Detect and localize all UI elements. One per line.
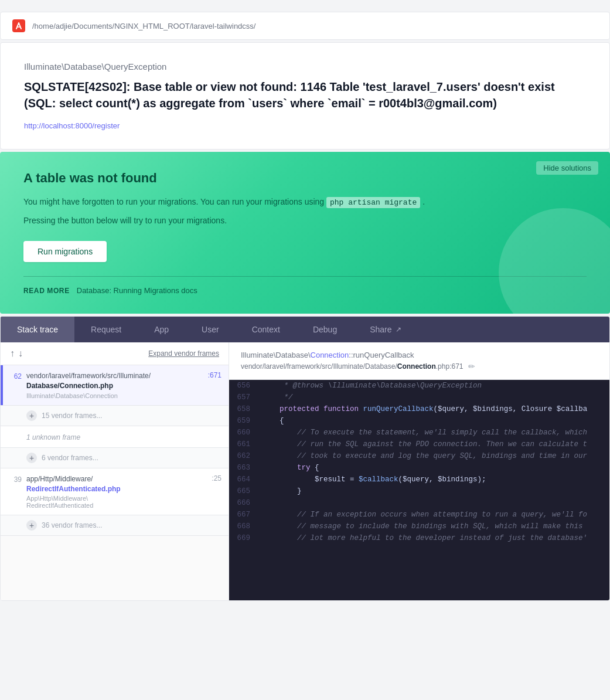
line-num-656: 656 <box>229 380 257 392</box>
code-line-661: 661 // run the SQL against the PDO conne… <box>229 439 609 450</box>
solution-desc-2: . <box>422 197 425 206</box>
tab-app[interactable]: App <box>138 317 185 342</box>
unknown-frame-text: 1 unknown frame <box>26 433 80 441</box>
frame-info-62: vendor/laravel/framework/src/Illuminate/… <box>26 371 203 399</box>
solutions-card: Hide solutions A table was not found You… <box>0 152 610 314</box>
share-label: Share <box>370 325 391 334</box>
exception-url[interactable]: http://localhost:8000/register <box>24 121 120 130</box>
frame-item-39[interactable]: 39 app/Http/Middleware/RedirectIfAuthent… <box>1 468 229 515</box>
code-line-663: 663 try { <box>229 462 609 474</box>
line-num-660: 660 <box>229 427 257 439</box>
code-line-669: 669 // lot more helpful to the developer… <box>229 532 609 544</box>
code-panel: Illuminate\Database\Connection::runQuery… <box>229 342 609 600</box>
read-more-section: READ MORE Database: Running Migrations d… <box>23 276 587 295</box>
vendor-frames-36-label: 36 vendor frames... <box>42 521 102 529</box>
tab-context[interactable]: Context <box>236 317 297 342</box>
code-header-file: vendor/laravel/framework/src/Illuminate/… <box>241 362 598 371</box>
line-num-657: 657 <box>229 392 257 403</box>
line-num-665: 665 <box>229 485 257 497</box>
line-code-656: * @throws \Illuminate\Database\QueryExce… <box>257 380 609 392</box>
tab-request[interactable]: Request <box>74 317 138 342</box>
frame-item-62[interactable]: 62 vendor/laravel/framework/src/Illumina… <box>1 365 229 405</box>
line-num-662: 662 <box>229 450 257 462</box>
vendor-expand-icon-6: + <box>26 453 37 463</box>
stack-section: Stack trace Request App User Context Deb… <box>0 316 610 601</box>
hide-solutions-button[interactable]: Hide solutions <box>536 161 598 175</box>
tab-user[interactable]: User <box>185 317 236 342</box>
run-migrations-button[interactable]: Run migrations <box>23 241 107 262</box>
vendor-frames-15-group: + 15 vendor frames... 1 unknown frame <box>1 406 229 448</box>
arrow-up-icon[interactable]: ↑ <box>10 348 15 359</box>
solution-description: You might have forgotten to run your mig… <box>23 195 587 209</box>
frame-file-39: app/Http/Middleware/RedirectIfAuthentica… <box>26 474 207 494</box>
line-code-661: // run the SQL against the PDO connectio… <box>257 439 609 450</box>
frame-info-39: app/Http/Middleware/RedirectIfAuthentica… <box>26 474 207 509</box>
frame-group-39: 39 app/Http/Middleware/RedirectIfAuthent… <box>1 468 229 516</box>
code-file-path: vendor/laravel/framework/src/Illuminate/… <box>241 362 464 371</box>
unknown-frame-row: 1 unknown frame <box>1 426 229 447</box>
nav-arrows: ↑ ↓ <box>10 348 23 359</box>
line-code-667: // If an exception occurs when attemptin… <box>257 509 609 521</box>
line-num-664: 664 <box>229 474 257 485</box>
line-num-666: 666 <box>229 497 257 509</box>
svg-rect-0 <box>12 19 25 32</box>
frame-group-62: 62 vendor/laravel/framework/src/Illumina… <box>1 365 229 406</box>
line-code-669: // lot more helpful to the developer ins… <box>257 532 609 544</box>
line-code-663: try { <box>257 462 609 474</box>
code-line-657: 657 */ <box>229 392 609 403</box>
stack-content: ↑ ↓ Expand vendor frames 62 vendor/larav… <box>1 342 609 600</box>
exception-message: SQLSTATE[42S02]: Base table or view not … <box>24 79 586 111</box>
line-code-664: $result = $callback($query, $bindings); <box>257 474 609 485</box>
exception-class: Illuminate\Database\QueryException <box>24 62 586 72</box>
line-num-661: 661 <box>229 439 257 450</box>
code-line-660: 660 // To execute the statement, we'll s… <box>229 427 609 439</box>
vendor-frames-6-group: + 6 vendor frames... <box>1 448 229 468</box>
code-line-659: 659 { <box>229 415 609 427</box>
line-code-657: */ <box>257 392 609 403</box>
line-num-663: 663 <box>229 462 257 474</box>
arrow-down-icon[interactable]: ↓ <box>18 348 23 359</box>
line-num-667: 667 <box>229 509 257 521</box>
tab-debug[interactable]: Debug <box>297 317 353 342</box>
code-line-667: 667 // If an exception occurs when attem… <box>229 509 609 521</box>
code-header-class-highlight: Connection <box>311 351 349 359</box>
code-line-666: 666 <box>229 497 609 509</box>
frame-number-62: 62 <box>10 371 26 380</box>
error-card: Illuminate\Database\QueryException SQLST… <box>0 42 610 149</box>
vendor-frames-15-label: 15 vendor frames... <box>42 412 102 420</box>
vendor-frames-6-label: 6 vendor frames... <box>42 454 98 462</box>
code-block[interactable]: 656 * @throws \Illuminate\Database\Query… <box>229 380 609 600</box>
code-line-658: 658 protected function runQueryCallback(… <box>229 403 609 415</box>
line-num-659: 659 <box>229 415 257 427</box>
line-code-668: // message to include the bindings with … <box>257 521 609 532</box>
frame-line-62: :671 <box>203 371 221 379</box>
header-bar: /home/adjie/Documents/NGINX_HTML_ROOT/la… <box>0 12 610 40</box>
line-num-668: 668 <box>229 521 257 532</box>
vendor-frames-36-row[interactable]: + 36 vendor frames... <box>1 515 229 535</box>
code-line-665: 665 } <box>229 485 609 497</box>
code-line-656: 656 * @throws \Illuminate\Database\Query… <box>229 380 609 392</box>
vendor-expand-icon-36: + <box>26 520 37 531</box>
line-code-662: // took to execute and log the query SQL… <box>257 450 609 462</box>
expand-vendor-frames-button[interactable]: Expand vendor frames <box>148 349 219 358</box>
tab-share[interactable]: Share ↗ <box>353 317 417 342</box>
read-more-link[interactable]: Database: Running Migrations docs <box>77 286 197 295</box>
line-code-666 <box>257 497 609 509</box>
code-line-662: 662 // took to execute and log the query… <box>229 450 609 462</box>
vendor-frames-15-row[interactable]: + 15 vendor frames... <box>1 406 229 426</box>
frames-toolbar: ↑ ↓ Expand vendor frames <box>1 342 229 365</box>
frame-line-39: :25 <box>207 474 221 482</box>
vendor-frames-6-row[interactable]: + 6 vendor frames... <box>1 448 229 468</box>
tab-stack-trace[interactable]: Stack trace <box>1 317 74 342</box>
ignition-logo-icon <box>12 19 25 32</box>
code-header: Illuminate\Database\Connection::runQuery… <box>229 342 609 380</box>
solution-command: php artisan migrate <box>326 197 420 208</box>
frames-panel: ↑ ↓ Expand vendor frames 62 vendor/larav… <box>1 342 229 600</box>
edit-file-icon[interactable]: ✏ <box>468 362 475 371</box>
code-line-664: 664 $result = $callback($query, $binding… <box>229 474 609 485</box>
code-header-class: Illuminate\Database\Connection::runQuery… <box>241 351 598 359</box>
read-more-label: READ MORE <box>23 287 70 295</box>
solution-desc-1: You might have forgotten to run your mig… <box>23 197 324 206</box>
line-code-659: { <box>257 415 609 427</box>
frame-file-62: vendor/laravel/framework/src/Illuminate/… <box>26 371 203 391</box>
